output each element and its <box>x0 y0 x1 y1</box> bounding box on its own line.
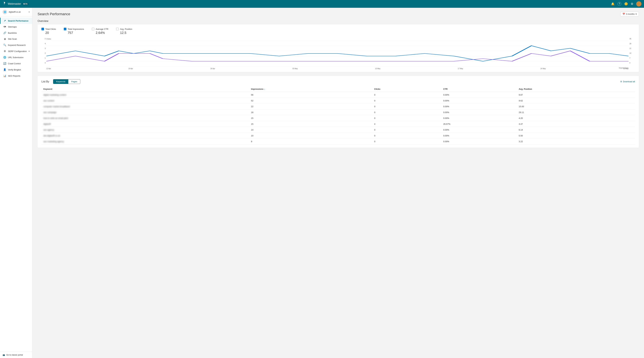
chart-clicks-label: Clicks <box>46 38 628 40</box>
page-title: Search Performance <box>38 12 620 16</box>
nav-label-verify-bingbot: Verify Bingbot <box>8 69 21 71</box>
emoji-icon[interactable]: 🙂 <box>624 2 628 6</box>
cell-3-4: 29.11 <box>517 110 635 115</box>
cell-2-0: computer market broadband <box>42 104 249 110</box>
chart-y-right: 3528211470 <box>628 38 635 64</box>
download-all-button[interactable]: ⬇ Download all <box>620 80 635 83</box>
col-header-impressions[interactable]: Impressions↓ <box>249 86 372 92</box>
cell-8-3: 0.00% <box>441 139 517 145</box>
nav-label-seo-reports: SEO Reports <box>8 75 20 77</box>
cell-6-0: seo agency <box>42 127 249 133</box>
nav-label-backlinks: Backlinks <box>8 32 17 34</box>
topnav: Webmaster BETA 🔔 ? 🙂 ⚙ <box>0 0 644 8</box>
table-row: computer market broadband2200.00%15.00 <box>42 104 635 110</box>
sidebar-item-sitemaps[interactable]: 🗺 Sitemaps <box>0 24 32 30</box>
col-header-keyword: Keyword <box>42 86 249 92</box>
metric-header-total-clicks: Total Clicks <box>42 28 56 30</box>
nav-label-crawl-control: Crawl Control <box>8 62 21 65</box>
cell-6-1: 14 <box>249 127 372 133</box>
cell-4-3: 0.00% <box>441 115 517 121</box>
webmaster-label: Webmaster <box>8 3 21 5</box>
chart-area: Clicks <box>46 38 628 70</box>
nav-icon-backlinks: 🔗 <box>3 32 6 34</box>
sidebar: 🌐 digitariff.co.uk ▾ ↗ Search Performanc… <box>0 8 32 358</box>
chart-wrapper: 543210 Clicks <box>42 38 635 69</box>
metric-header-total-impressions: Total Impressions <box>64 28 84 30</box>
metric-checkbox-total-impressions[interactable] <box>64 28 66 30</box>
sidebar-item-search-performance[interactable]: ↗ Search Performance <box>0 18 32 24</box>
sidebar-item-serp-config[interactable]: ⚙ SERP Configuration ▾ <box>0 48 32 54</box>
metric-value-total-impressions: 757 <box>64 31 84 35</box>
cell-3-0: seo campaign <box>42 110 249 115</box>
date-selector[interactable]: 📅 3 months ▾ <box>620 12 639 16</box>
table-row: seo agency1400.00%6.14 <box>42 127 635 133</box>
bell-icon[interactable]: 🔔 <box>611 2 614 6</box>
cell-2-2: 0 <box>372 104 441 110</box>
metric-header-avg-ctr: Average CTR <box>92 28 108 30</box>
nav-label-sitemaps: Sitemaps <box>8 26 17 28</box>
list-by-section: List By KeywordsPages ⬇ Download all Key… <box>38 76 639 148</box>
cell-0-2: 0 <box>372 92 441 98</box>
sidebar-item-verify-bingbot[interactable]: 👤 Verify Bingbot <box>0 67 32 73</box>
cell-4-2: 0 <box>372 115 441 121</box>
table-row: dev.digitariff.co.uk1000.00%5.50 <box>42 133 635 139</box>
nav-icon-crawl-control: 🔄 <box>3 62 6 65</box>
sidebar-item-crawl-control[interactable]: 🔄 Crawl Control <box>0 61 32 67</box>
metric-label-avg-position: Avg. Position <box>120 28 132 30</box>
main-content: Search Performance 📅 3 months ▾ Overview… <box>32 8 644 358</box>
download-icon: ⬇ <box>620 80 622 83</box>
cell-3-2: 0 <box>372 110 441 115</box>
avatar[interactable] <box>636 1 642 7</box>
tab-keywords[interactable]: Keywords <box>53 79 68 84</box>
cell-1-2: 0 <box>372 98 441 104</box>
tab-group: KeywordsPages <box>53 79 80 84</box>
metric-checkbox-avg-position[interactable] <box>116 28 119 30</box>
metrics-row: Total Clicks 20 Total Impressions 757 Av… <box>42 28 635 35</box>
cell-7-0: dev.digitariff.co.uk <box>42 133 249 139</box>
sidebar-item-seo-reports[interactable]: 📊 SEO Reports <box>0 73 32 79</box>
cell-6-2: 0 <box>372 127 441 133</box>
cell-2-4: 15.00 <box>517 104 635 110</box>
topnav-icons: 🔔 ? 🙂 ⚙ <box>611 1 642 7</box>
metric-total-clicks: Total Clicks 20 <box>42 28 56 35</box>
metric-header-avg-position: Avg. Position <box>116 28 132 30</box>
metric-label-avg-ctr: Average CTR <box>96 28 108 30</box>
table-body: digital marketing content5600.00%9.87seo… <box>42 92 635 145</box>
nav-icon-seo-reports: 📊 <box>3 74 6 77</box>
sidebar-item-backlinks[interactable]: 🔗 Backlinks <box>0 30 32 36</box>
sidebar-item-url-submission[interactable]: 🌐 URL Submission <box>0 54 32 61</box>
cell-7-3: 0.00% <box>441 133 517 139</box>
table-row: seo content5200.00%9.62 <box>42 98 635 104</box>
metric-label-total-impressions: Total Impressions <box>68 28 84 30</box>
site-selector[interactable]: 🌐 digitariff.co.uk ▾ <box>0 8 32 16</box>
table-row: digital marketing content5600.00%9.87 <box>42 92 635 98</box>
table-row: seo marketing agency900.00%3.22 <box>42 139 635 145</box>
cell-6-3: 0.00% <box>441 127 517 133</box>
metric-checkbox-total-clicks[interactable] <box>42 28 44 30</box>
sort-icon: ↓ <box>264 88 265 90</box>
cell-1-1: 52 <box>249 98 372 104</box>
help-icon[interactable]: ? <box>618 2 621 6</box>
site-chevron-icon: ▾ <box>29 11 30 13</box>
cell-4-4: 4.20 <box>517 115 635 121</box>
metric-avg-ctr: Average CTR 2.64% <box>92 28 108 35</box>
table-row: digitariff15426.67%4.47 <box>42 121 635 127</box>
cell-6-4: 6.14 <box>517 127 635 133</box>
site-icon: 🌐 <box>2 10 7 14</box>
metric-checkbox-avg-ctr[interactable] <box>92 28 94 30</box>
beta-badge: BETA <box>22 3 28 5</box>
sidebar-item-keyword-research[interactable]: 🔍 Keyword Research <box>0 42 32 48</box>
classic-portal-link[interactable]: 📺 Go to classic portal <box>0 352 32 358</box>
overview-section: Overview Total Clicks 20 Total Impressio… <box>38 20 639 72</box>
sidebar-item-site-scan[interactable]: 🖥 Site Scan <box>0 36 32 42</box>
layout: 🌐 digitariff.co.uk ▾ ↗ Search Performanc… <box>0 8 644 358</box>
settings-icon[interactable]: ⚙ <box>631 2 633 6</box>
cell-5-2: 4 <box>372 121 441 127</box>
cell-5-4: 4.47 <box>517 121 635 127</box>
cell-5-3: 26.67% <box>441 121 517 127</box>
metric-value-avg-position: 12.5 <box>116 31 132 35</box>
metric-value-total-clicks: 20 <box>42 31 56 35</box>
chart-svg <box>46 41 628 66</box>
tab-pages[interactable]: Pages <box>68 79 80 84</box>
cell-5-1: 15 <box>249 121 372 127</box>
